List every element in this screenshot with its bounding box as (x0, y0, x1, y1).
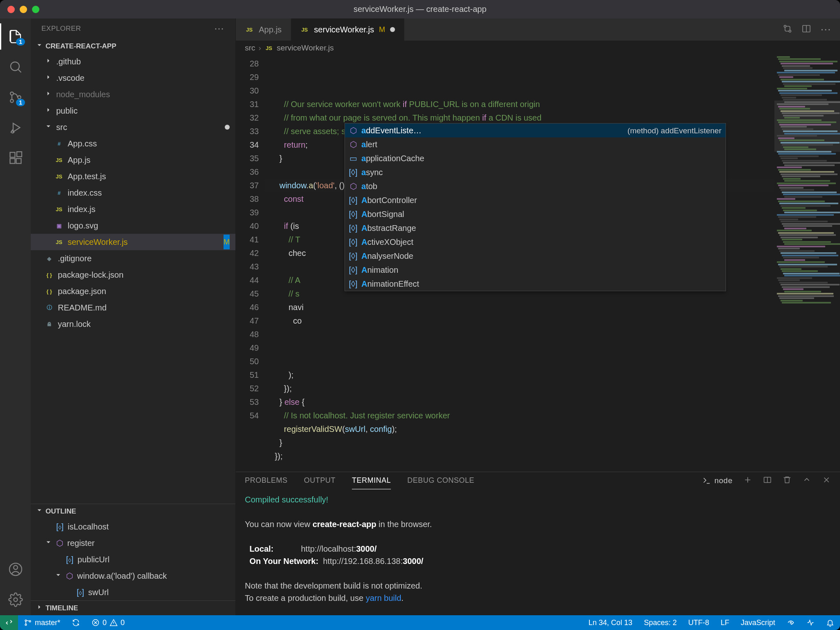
folder-item[interactable]: src (31, 119, 235, 135)
file-item[interactable]: ⓘREADME.md (31, 299, 235, 316)
kill-terminal-icon[interactable] (783, 475, 792, 486)
remote-button[interactable] (0, 615, 18, 630)
notifications-icon[interactable] (820, 615, 840, 630)
outline-item[interactable]: ⬡register (31, 535, 235, 551)
more-actions-icon[interactable]: ⋯ (820, 23, 831, 36)
autocomplete-item[interactable]: [◊]async (345, 165, 726, 179)
breadcrumb-file[interactable]: serviceWorker.js (277, 43, 334, 52)
panel-tab[interactable]: DEBUG CONSOLE (407, 472, 475, 489)
breadcrumb-folder[interactable]: src (245, 43, 255, 52)
activity-extensions[interactable] (0, 145, 31, 171)
outline-item[interactable]: ⬡window.a('load') callback (31, 568, 235, 584)
panel: PROBLEMSOUTPUTTERMINALDEBUG CONSOLE node (236, 472, 840, 615)
new-terminal-icon[interactable] (743, 475, 752, 486)
file-item[interactable]: #App.css (31, 135, 235, 152)
file-item[interactable]: ◆.gitignore (31, 250, 235, 267)
folder-item[interactable]: .github (31, 53, 235, 70)
editor-tab[interactable]: JSserviceWorker.jsM (291, 18, 404, 41)
outline-item[interactable]: [◊]swUrl (31, 584, 235, 600)
title-bar: serviceWorker.js — create-react-app (0, 0, 840, 18)
file-item[interactable]: JSApp.test.js (31, 168, 235, 185)
outline-item[interactable]: [◊]isLocalhost (31, 518, 235, 535)
svg-point-3 (18, 96, 21, 99)
autocomplete-item[interactable]: [◊]AbstractRange (345, 221, 726, 235)
feedback-icon[interactable] (781, 615, 801, 630)
autocomplete-item[interactable]: ⬡addEventListe…(method) addEventListener (345, 123, 726, 137)
code-editor[interactable]: // Our service worker won't work if PUBL… (265, 55, 774, 472)
outline-item[interactable]: [◊]publicUrl (31, 551, 235, 568)
outline-tree[interactable]: [◊]isLocalhost⬡register[◊]publicUrl⬡wind… (31, 518, 235, 600)
scm-badge: 1 (16, 99, 25, 106)
minimize-window-button[interactable] (20, 6, 27, 13)
activity-debug[interactable] (0, 114, 31, 141)
file-tree[interactable]: .github.vscodenode_modulespublicsrc#App.… (31, 53, 235, 504)
editor-tab[interactable]: JSApp.js (236, 18, 291, 41)
autocomplete-item[interactable]: [◊]AbortController (345, 193, 726, 207)
indentation-status[interactable]: Spaces: 2 (638, 615, 682, 630)
panel-tab[interactable]: OUTPUT (304, 472, 336, 489)
activity-settings[interactable] (0, 587, 31, 613)
autocomplete-item[interactable]: ▭applicationCache (345, 151, 726, 165)
cursor-position[interactable]: Ln 34, Col 13 (583, 615, 638, 630)
autocomplete-item[interactable]: [◊]AnalyserNode (345, 249, 726, 263)
folder-item[interactable]: .vscode (31, 70, 235, 86)
explorer-root[interactable]: CREATE-REACT-APP (31, 39, 235, 53)
sync-button[interactable] (66, 615, 86, 630)
problems-status[interactable]: 0 0 (86, 615, 130, 630)
activity-scm[interactable]: 1 (0, 84, 31, 110)
breadcrumb[interactable]: src › JS serviceWorker.js (236, 41, 840, 55)
explorer-more-button[interactable]: ⋯ (214, 23, 225, 34)
autocomplete-item[interactable]: ⬡alert (345, 137, 726, 151)
split-editor-icon[interactable] (801, 24, 811, 35)
chevron-right-icon (36, 603, 43, 613)
svg-point-12 (784, 25, 786, 27)
js-icon: JS (265, 43, 274, 52)
live-share-icon[interactable] (801, 615, 820, 630)
file-item[interactable]: JSserviceWorker.jsM (31, 234, 235, 250)
autocomplete-item[interactable]: ⬡atob (345, 179, 726, 193)
timeline-section[interactable]: TIMELINE (31, 600, 235, 615)
file-item[interactable]: ▣logo.svg (31, 217, 235, 234)
file-item[interactable]: #index.css (31, 185, 235, 201)
split-terminal-icon[interactable] (763, 475, 772, 486)
git-branch[interactable]: master* (18, 615, 66, 630)
autocomplete-item[interactable]: [◊]Animation (345, 263, 726, 277)
autocomplete-item[interactable]: [◊]ActiveXObject (345, 235, 726, 249)
terminal-shell-select[interactable]: node (702, 476, 733, 485)
eol-status[interactable]: LF (715, 615, 735, 630)
folder-item[interactable]: public (31, 103, 235, 119)
outline-section[interactable]: OUTLINE (31, 504, 235, 518)
activity-explorer[interactable]: 1 (0, 23, 31, 50)
line-gutter[interactable]: 2829303132333435363738394041424344454647… (236, 55, 265, 472)
language-mode[interactable]: JavaScript (735, 615, 781, 630)
warning-count: 0 (121, 619, 125, 627)
file-item[interactable]: JSApp.js (31, 152, 235, 168)
activity-account[interactable] (0, 556, 31, 582)
maximize-panel-icon[interactable] (802, 475, 811, 486)
close-panel-icon[interactable] (822, 475, 831, 486)
file-item[interactable]: JSindex.js (31, 201, 235, 217)
close-window-button[interactable] (7, 6, 15, 13)
file-item[interactable]: 🔒︎yarn.lock (31, 316, 235, 332)
svg-point-11 (14, 598, 17, 602)
compare-changes-icon[interactable] (783, 24, 792, 35)
zoom-window-button[interactable] (32, 6, 39, 13)
file-item[interactable]: { }package.json (31, 283, 235, 299)
traffic-lights (7, 6, 39, 13)
autocomplete-item[interactable]: [◊]AnimationEffect (345, 277, 726, 291)
chevron-down-icon (36, 41, 43, 51)
activity-search[interactable] (0, 54, 31, 80)
autocomplete-popup[interactable]: ⬡addEventListe…(method) addEventListener… (345, 123, 726, 291)
autocomplete-item[interactable]: [◊]AbortSignal (345, 207, 726, 221)
folder-item[interactable]: node_modules (31, 86, 235, 103)
status-bar: master* 0 0 Ln 34, Col 13 Spaces: 2 UTF-… (0, 615, 840, 630)
encoding-status[interactable]: UTF-8 (682, 615, 715, 630)
terminal-output[interactable]: Compiled successfully! You can now view … (236, 489, 840, 630)
svg-point-13 (789, 30, 791, 32)
editor-tabs: JSApp.jsJSserviceWorker.jsM ⋯ (236, 18, 840, 41)
panel-tab[interactable]: TERMINAL (352, 472, 391, 489)
file-item[interactable]: { }package-lock.json (31, 267, 235, 283)
minimap[interactable] (774, 55, 840, 472)
timeline-label: TIMELINE (46, 604, 78, 612)
panel-tab[interactable]: PROBLEMS (245, 472, 288, 489)
